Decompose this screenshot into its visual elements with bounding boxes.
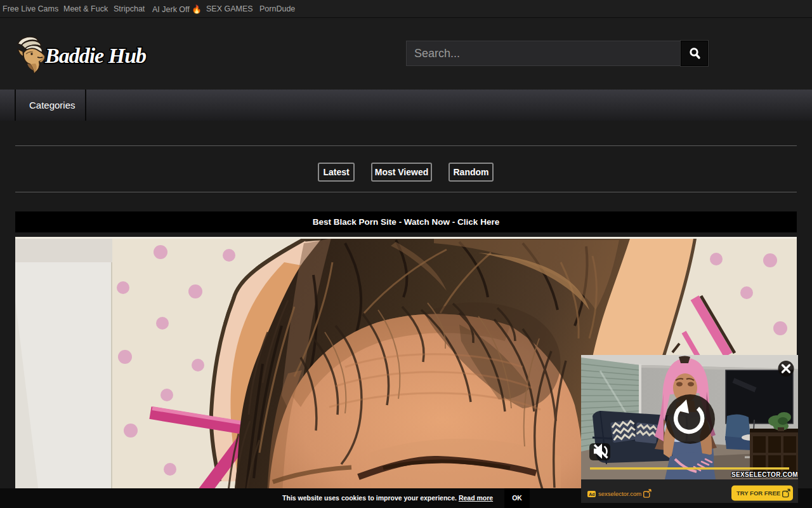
svg-text:TRY FOR FREE: TRY FOR FREE (737, 490, 780, 497)
svg-text:sexselector.com: sexselector.com (598, 490, 641, 497)
svg-text:Baddie Hub: Baddie Hub (44, 44, 146, 67)
svg-text:SEXSELECTOR.COM: SEXSELECTOR.COM (731, 471, 798, 478)
svg-text:Ad: Ad (589, 492, 594, 497)
